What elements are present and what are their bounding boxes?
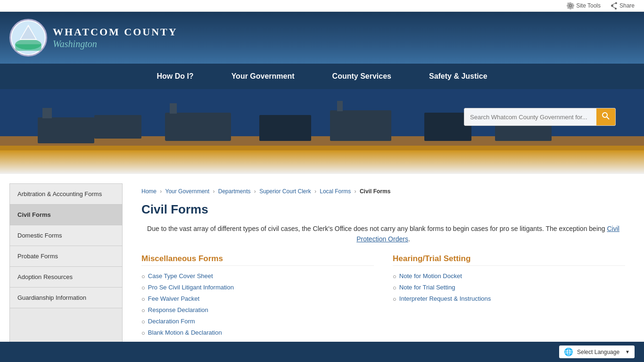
- case-type-cover-sheet-link[interactable]: Case Type Cover Sheet: [148, 272, 213, 280]
- list-item: Pro Se Civil Litigant Information: [141, 284, 374, 291]
- pro-se-info-link[interactable]: Pro Se Civil Litigant Information: [148, 284, 234, 291]
- list-item: Case Type Cover Sheet: [141, 272, 374, 280]
- misc-forms-list: Case Type Cover Sheet Pro Se Civil Litig…: [141, 272, 374, 348]
- breadcrumb-sep-5: ›: [355, 188, 356, 195]
- language-chevron-icon: ▼: [625, 349, 630, 354]
- interpreter-request-link[interactable]: Interpreter Request & Instructions: [399, 295, 491, 302]
- sidebar-item-civil-forms[interactable]: Civil Forms: [10, 205, 122, 225]
- breadcrumb: Home › Your Government › Departments › S…: [141, 188, 625, 195]
- declaration-form-link[interactable]: Declaration Form: [148, 318, 195, 325]
- hero-overlay: [0, 150, 644, 174]
- breadcrumb-local-forms[interactable]: Local Forms: [320, 188, 351, 195]
- page-title: Civil Forms: [141, 202, 625, 217]
- list-item: Note for Motion Docket: [393, 272, 625, 280]
- footer-bar: 🌐 Select Language ▼: [0, 342, 644, 362]
- logo-circle: [9, 19, 47, 57]
- language-icon: 🌐: [564, 347, 573, 356]
- main-content: Home › Your Government › Departments › S…: [132, 183, 635, 356]
- breadcrumb-superior-court[interactable]: Superior Court Clerk: [259, 188, 311, 195]
- sidebar-item-arbitration[interactable]: Arbitration & Accounting Forms: [10, 184, 122, 205]
- breadcrumb-departments[interactable]: Departments: [218, 188, 251, 195]
- svg-rect-16: [337, 101, 343, 111]
- response-declaration-link[interactable]: Response Declaration: [148, 306, 208, 313]
- county-script-text: Washington: [53, 38, 178, 49]
- note-motion-docket-link[interactable]: Note for Motion Docket: [399, 272, 462, 280]
- county-logo-svg: [11, 20, 46, 55]
- hero-search-box: [464, 108, 616, 126]
- hearing-trial-title: Hearing/Trial Setting: [393, 254, 625, 266]
- site-header: WHATCOM COUNTY Washington: [0, 12, 644, 64]
- breadcrumb-sep-4: ›: [314, 188, 316, 195]
- gear-icon: [567, 2, 574, 9]
- list-item: Declaration Form: [141, 318, 374, 325]
- list-item: Blank Motion & Declaration: [141, 329, 374, 337]
- sidebar-item-guardianship[interactable]: Guardianship Information: [10, 288, 122, 308]
- svg-rect-12: [165, 113, 231, 141]
- svg-rect-13: [170, 103, 177, 114]
- breadcrumb-sep-3: ›: [254, 188, 256, 195]
- county-name: WHATCOM COUNTY Washington: [53, 26, 178, 49]
- list-item: Interpreter Request & Instructions: [393, 295, 625, 303]
- logo-area[interactable]: WHATCOM COUNTY Washington: [9, 19, 178, 57]
- language-selector[interactable]: 🌐 Select Language ▼: [559, 346, 635, 358]
- search-icon: [602, 112, 610, 120]
- svg-rect-9: [38, 117, 94, 143]
- sidebar-item-domestic-forms[interactable]: Domestic Forms: [10, 225, 122, 246]
- svg-rect-11: [94, 115, 141, 139]
- intro-text-end: .: [408, 235, 410, 243]
- blank-motion-declaration-link[interactable]: Blank Motion & Declaration: [148, 329, 222, 336]
- nav-safety-justice[interactable]: Safety & Justice: [410, 64, 506, 89]
- share-button[interactable]: Share: [610, 2, 635, 9]
- share-icon: [610, 2, 618, 9]
- main-nav: How Do I? Your Government County Service…: [0, 64, 644, 89]
- site-tools-button[interactable]: Site Tools: [567, 2, 601, 9]
- nav-your-government[interactable]: Your Government: [213, 64, 314, 89]
- misc-forms-title: Miscellaneous Forms: [141, 254, 374, 266]
- misc-forms-col: Miscellaneous Forms Case Type Cover Shee…: [141, 254, 374, 352]
- sidebar-item-probate-forms[interactable]: Probate Forms: [10, 246, 122, 267]
- site-tools-label: Site Tools: [576, 2, 601, 9]
- search-input[interactable]: [464, 110, 596, 124]
- list-item: Fee Waiver Packet: [141, 295, 374, 303]
- breadcrumb-current: Civil Forms: [360, 188, 390, 195]
- intro-text-start: Due to the vast array of different types…: [147, 225, 605, 232]
- nav-how-do-i[interactable]: How Do I?: [138, 64, 212, 89]
- sidebar: Arbitration & Accounting Forms Civil For…: [9, 183, 123, 356]
- share-label: Share: [619, 2, 635, 9]
- intro-paragraph: Due to the vast array of different types…: [141, 223, 625, 245]
- hearing-trial-list: Note for Motion Docket Note for Trial Se…: [393, 272, 625, 303]
- svg-point-19: [603, 113, 607, 117]
- hero-banner: [0, 89, 644, 174]
- two-column-section: Miscellaneous Forms Case Type Cover Shee…: [141, 254, 625, 352]
- language-label: Select Language: [577, 349, 619, 355]
- svg-line-20: [607, 117, 609, 119]
- breadcrumb-sep-2: ›: [213, 188, 215, 195]
- breadcrumb-your-government[interactable]: Your Government: [165, 188, 209, 195]
- sidebar-item-adoption[interactable]: Adoption Resources: [10, 267, 122, 288]
- hearing-trial-col: Hearing/Trial Setting Note for Motion Do…: [393, 254, 625, 352]
- note-trial-setting-link[interactable]: Note for Trial Setting: [399, 284, 455, 291]
- svg-rect-15: [330, 110, 391, 141]
- content-wrapper: Arbitration & Accounting Forms Civil For…: [0, 174, 644, 362]
- fee-waiver-link[interactable]: Fee Waiver Packet: [148, 295, 199, 302]
- search-button[interactable]: [596, 108, 615, 125]
- breadcrumb-sep-1: ›: [160, 188, 162, 195]
- svg-rect-14: [259, 115, 311, 141]
- svg-rect-4: [15, 44, 41, 51]
- breadcrumb-home[interactable]: Home: [141, 188, 157, 195]
- nav-county-services[interactable]: County Services: [314, 64, 410, 89]
- county-top-text: WHATCOM COUNTY: [53, 26, 178, 38]
- top-bar: Site Tools Share: [0, 0, 644, 12]
- list-item: Response Declaration: [141, 306, 374, 314]
- svg-rect-10: [42, 108, 52, 118]
- list-item: Note for Trial Setting: [393, 284, 625, 291]
